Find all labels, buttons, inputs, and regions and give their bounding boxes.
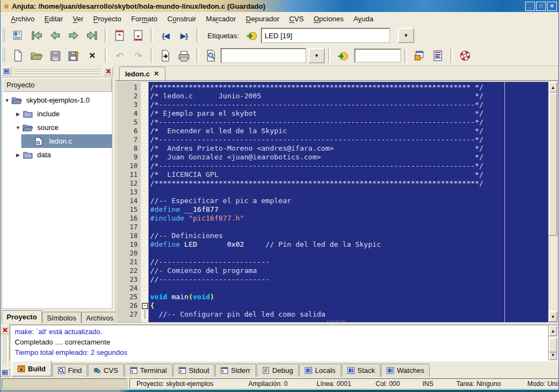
tab-locals[interactable]: Locals — [299, 364, 341, 377]
code-editor[interactable]: 1234567891011121314151617181920212223242… — [116, 81, 558, 323]
menu-opciones[interactable]: Opciones — [308, 14, 348, 24]
code-line[interactable]: /* Andres Prieto-Moreno <andres@ifara.co… — [150, 144, 548, 153]
line-number[interactable]: 17 — [117, 223, 141, 231]
code-line[interactable]: /***************************************… — [150, 179, 548, 188]
line-number[interactable]: 27 — [117, 310, 141, 319]
line-number[interactable]: 13 — [117, 188, 141, 197]
line-number[interactable]: 18 — [117, 231, 141, 240]
line-number[interactable]: 16 — [117, 214, 141, 223]
tree-item-skybot-ejemplos[interactable]: ▼ skybot-ejemplos-1.0 — [3, 93, 112, 107]
tab-simbolos[interactable]: Símbolos — [42, 312, 81, 323]
tree-item-source[interactable]: ▼ source — [3, 121, 112, 134]
save-file-button[interactable] — [46, 47, 64, 64]
scroll-thumb[interactable] — [549, 337, 557, 353]
redo-button[interactable]: ↷ — [129, 47, 147, 64]
code-line[interactable]: /*--------------------------------------… — [150, 162, 548, 170]
expander-closed-icon[interactable]: ▶ — [14, 152, 22, 158]
build-message[interactable]: make: `all' está actualizado. — [15, 326, 548, 337]
code-line[interactable]: /* Encender el led de la Skypic */ — [150, 127, 548, 135]
dock-grip[interactable] — [3, 336, 8, 366]
code-line[interactable]: /* Ejemplo para el skybot */ — [150, 109, 548, 118]
search-combo-dropdown-button[interactable]: ▼ — [308, 48, 325, 63]
code-line[interactable]: /* Juan Gonzalez <juan@iearobotics.com> … — [150, 153, 548, 162]
menu-formato[interactable]: Formato — [126, 14, 162, 24]
menu-depurador[interactable]: Depurador — [241, 14, 284, 24]
splitter-grip[interactable] — [328, 320, 347, 323]
tree-header[interactable]: Proyecto — [3, 78, 112, 92]
next-occurrence-button[interactable]: ▶} — [175, 27, 193, 44]
code-line[interactable]: #include "pic16f877.h" — [150, 214, 548, 223]
tab-cvs[interactable]: CVS — [88, 364, 124, 377]
menu-construir[interactable]: Construir — [163, 14, 201, 24]
tag-combo[interactable]: LED [19] — [261, 28, 390, 43]
maximize-button[interactable]: □ — [536, 2, 546, 11]
scroll-thumb[interactable] — [549, 93, 557, 236]
line-number[interactable]: 23 — [117, 275, 141, 284]
build-message[interactable]: Tiempo total empleado: 2 segundos — [15, 347, 548, 358]
dock-attach-button[interactable] — [2, 67, 11, 75]
code-line[interactable]: /* LICENCIA GPL */ — [150, 170, 548, 179]
tab-ledon-c[interactable]: ledon.c ✕ — [119, 67, 165, 80]
code-line[interactable]: /*--------------------------------------… — [150, 135, 548, 144]
toolbar-drag-handle[interactable] — [2, 28, 5, 43]
find-button[interactable] — [202, 47, 221, 64]
line-number[interactable]: 3 — [117, 100, 141, 109]
line-number[interactable]: 4 — [117, 109, 141, 118]
tab-debug[interactable]: Debug — [257, 364, 299, 377]
fold-marker[interactable]: − — [141, 301, 148, 310]
bookmark-toggle-button[interactable] — [9, 27, 27, 44]
tree-item-data[interactable]: ▶ data — [3, 148, 112, 162]
tag-combo-dropdown-button[interactable]: ▼ — [398, 28, 414, 43]
scroll-track[interactable] — [549, 336, 557, 349]
titlebar[interactable]: ★ Anjuta: /home/juan/desarrollo/skybot/h… — [1, 0, 558, 13]
new-file-button[interactable] — [9, 47, 27, 64]
code-line[interactable]: //-- Configurar pin del led como salida — [150, 310, 548, 319]
menu-cvs[interactable]: CVS — [284, 14, 309, 24]
scroll-up-button[interactable]: ▲ — [549, 82, 557, 93]
code-line[interactable] — [150, 284, 548, 293]
last-bookmark-button[interactable] — [83, 27, 102, 44]
messages-close-button[interactable] — [0, 325, 10, 334]
code-line[interactable]: /* ledon.c Junio-2005 */ — [150, 92, 548, 100]
code-line[interactable]: #define LED 0x02 // Pin del led de la Sk… — [150, 240, 548, 249]
previous-bookmark-button[interactable] — [46, 27, 64, 44]
line-number[interactable]: 26 — [117, 301, 141, 310]
goto-line-button[interactable] — [334, 47, 352, 64]
toolbar-drag-handle[interactable] — [2, 49, 5, 62]
tab-proyecto[interactable]: Proyecto — [2, 310, 42, 323]
line-number[interactable]: 25 — [117, 293, 141, 301]
code-line[interactable]: /*--------------------------------------… — [150, 100, 548, 109]
code-line[interactable]: //-- Definiciones — [150, 231, 548, 240]
line-number[interactable]: 14 — [117, 197, 141, 205]
goto-button[interactable] — [156, 47, 175, 64]
scroll-track[interactable] — [549, 93, 557, 311]
goto-line-entry[interactable] — [354, 49, 401, 63]
build-output[interactable]: make: `all' está actualizado. Completado… — [9, 324, 558, 361]
expander-open-icon[interactable]: ▼ — [3, 98, 11, 103]
tab-close-icon[interactable]: ✕ — [154, 70, 159, 78]
minimize-button[interactable]: _ — [525, 2, 535, 11]
toggle-editor-window-button[interactable] — [410, 47, 429, 64]
line-number[interactable]: 7 — [117, 135, 141, 144]
dock-grip[interactable] — [14, 68, 100, 74]
line-number[interactable]: 6 — [117, 127, 141, 135]
toggle-messages-button[interactable] — [429, 47, 447, 64]
messages-vertical-scrollbar[interactable]: ▲ ▼ — [548, 325, 557, 360]
code-line[interactable]: /*--------------------------------------… — [150, 118, 548, 127]
code-line[interactable]: { — [150, 301, 548, 310]
code-line[interactable]: //-- Especificar el pic a emplear — [150, 197, 548, 205]
line-number[interactable]: 24 — [117, 284, 141, 293]
code-line[interactable] — [150, 249, 548, 258]
next-bookmark-button[interactable] — [64, 27, 83, 44]
tab-find[interactable]: Find — [52, 364, 87, 377]
code-lines[interactable]: /***************************************… — [148, 82, 548, 322]
menu-editar[interactable]: Editar — [39, 14, 68, 24]
line-number[interactable]: 5 — [117, 118, 141, 127]
editor-vertical-scrollbar[interactable]: ▲ ▼ — [548, 82, 557, 322]
tree-item-ledon-c[interactable]: ledon.c — [3, 134, 112, 148]
line-number[interactable]: 21 — [117, 258, 141, 266]
code-line[interactable]: void main(void) — [150, 293, 548, 301]
horizontal-splitter[interactable] — [116, 319, 558, 323]
menu-ver[interactable]: Ver — [68, 14, 88, 24]
line-number[interactable]: 19 — [117, 240, 141, 249]
